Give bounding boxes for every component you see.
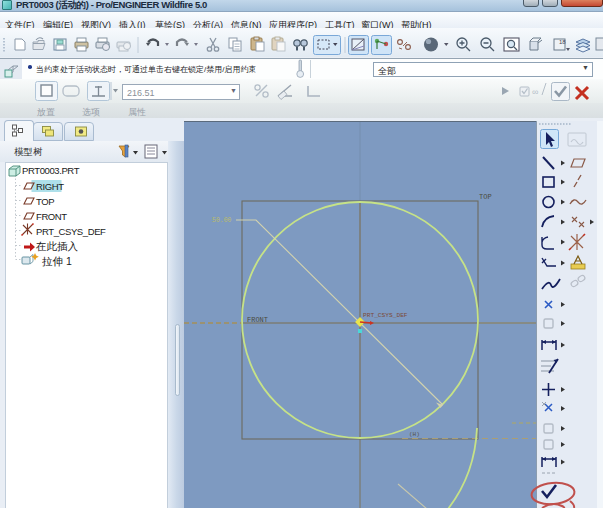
svg-text:PRT_CSYS_DEF: PRT_CSYS_DEF [36, 226, 106, 237]
svg-text:50.00: 50.00 [212, 217, 232, 224]
svg-text:FRONT: FRONT [36, 211, 67, 222]
svg-text:TOP: TOP [36, 196, 54, 207]
svg-text:18: 18 [559, 39, 566, 45]
svg-text:在此插入: 在此插入 [35, 240, 79, 252]
svg-text:∞: ∞ [532, 87, 538, 97]
svg-text:(H): (H) [409, 431, 420, 438]
svg-text:拉伸 1: 拉伸 1 [42, 255, 72, 267]
svg-text:PRT_CSYS_DEF: PRT_CSYS_DEF [363, 312, 408, 319]
svg-text:TOP: TOP [479, 193, 492, 201]
svg-text:FRONT: FRONT [247, 316, 268, 324]
svg-text:PRT0003.PRT: PRT0003.PRT [22, 165, 80, 176]
svg-text:RIGHT: RIGHT [36, 181, 64, 192]
